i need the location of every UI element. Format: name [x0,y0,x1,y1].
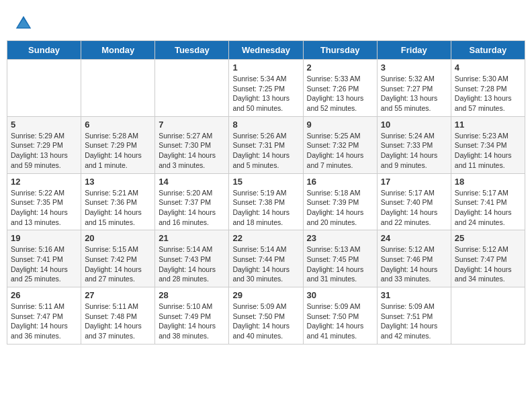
day-number: 31 [381,290,447,300]
calendar-cell: 15Sunrise: 5:19 AMSunset: 7:38 PMDayligh… [229,173,303,230]
day-info: Sunrise: 5:28 AMSunset: 7:29 PMDaylight:… [85,131,151,171]
day-info: Sunrise: 5:32 AMSunset: 7:27 PMDaylight:… [381,74,447,113]
day-info: Sunrise: 5:11 AMSunset: 7:47 PMDaylight:… [11,302,77,341]
calendar-cell: 17Sunrise: 5:17 AMSunset: 7:40 PMDayligh… [377,173,451,230]
calendar-cell: 19Sunrise: 5:16 AMSunset: 7:41 PMDayligh… [7,230,81,287]
calendar-cell: 21Sunrise: 5:14 AMSunset: 7:43 PMDayligh… [155,230,229,287]
calendar-cell: 28Sunrise: 5:10 AMSunset: 7:49 PMDayligh… [155,287,229,345]
day-info: Sunrise: 5:12 AMSunset: 7:46 PMDaylight:… [381,244,447,284]
day-info: Sunrise: 5:22 AMSunset: 7:35 PMDaylight:… [11,188,77,228]
day-info: Sunrise: 5:17 AMSunset: 7:40 PMDaylight:… [381,188,447,228]
weekday-header: Sunday [7,41,81,60]
calendar-cell: 6Sunrise: 5:28 AMSunset: 7:29 PMDaylight… [81,116,155,173]
weekday-header: Friday [377,41,451,60]
calendar-week-row: 12Sunrise: 5:22 AMSunset: 7:35 PMDayligh… [7,173,525,230]
day-info: Sunrise: 5:11 AMSunset: 7:48 PMDaylight:… [85,302,151,341]
day-info: Sunrise: 5:30 AMSunset: 7:28 PMDaylight:… [455,74,521,113]
day-number: 19 [11,233,77,243]
day-number: 3 [381,62,447,73]
day-info: Sunrise: 5:14 AMSunset: 7:44 PMDaylight:… [232,244,299,284]
day-number: 17 [381,177,447,187]
day-info: Sunrise: 5:18 AMSunset: 7:39 PMDaylight:… [307,188,373,228]
calendar-cell: 11Sunrise: 5:23 AMSunset: 7:34 PMDayligh… [451,116,525,173]
day-number: 2 [307,62,373,73]
weekday-header: Tuesday [155,41,229,60]
calendar-cell: 14Sunrise: 5:20 AMSunset: 7:37 PMDayligh… [155,173,229,230]
day-info: Sunrise: 5:17 AMSunset: 7:41 PMDaylight:… [455,188,521,228]
day-info: Sunrise: 5:09 AMSunset: 7:50 PMDaylight:… [232,302,299,341]
day-info: Sunrise: 5:16 AMSunset: 7:41 PMDaylight:… [11,244,77,284]
weekday-header-row: SundayMondayTuesdayWednesdayThursdayFrid… [7,41,525,60]
day-number: 6 [85,120,151,130]
calendar-cell: 13Sunrise: 5:21 AMSunset: 7:36 PMDayligh… [81,173,155,230]
calendar-week-row: 1Sunrise: 5:34 AMSunset: 7:25 PMDaylight… [7,60,525,117]
calendar-cell: 26Sunrise: 5:11 AMSunset: 7:47 PMDayligh… [7,287,81,345]
weekday-header: Monday [81,41,155,60]
day-number: 24 [381,233,447,243]
day-number: 4 [455,62,521,73]
day-info: Sunrise: 5:26 AMSunset: 7:31 PMDaylight:… [232,131,299,171]
day-info: Sunrise: 5:19 AMSunset: 7:38 PMDaylight:… [232,188,299,228]
day-number: 20 [85,233,151,243]
calendar-cell: 24Sunrise: 5:12 AMSunset: 7:46 PMDayligh… [377,230,451,287]
day-info: Sunrise: 5:25 AMSunset: 7:32 PMDaylight:… [307,131,373,171]
day-info: Sunrise: 5:21 AMSunset: 7:36 PMDaylight:… [85,188,151,228]
calendar-cell: 16Sunrise: 5:18 AMSunset: 7:39 PMDayligh… [303,173,377,230]
calendar-cell: 10Sunrise: 5:24 AMSunset: 7:33 PMDayligh… [377,116,451,173]
day-number: 30 [307,290,373,300]
calendar-cell: 8Sunrise: 5:26 AMSunset: 7:31 PMDaylight… [229,116,303,173]
day-info: Sunrise: 5:33 AMSunset: 7:26 PMDaylight:… [307,74,373,113]
calendar-cell [155,60,229,117]
day-info: Sunrise: 5:20 AMSunset: 7:37 PMDaylight:… [159,188,225,228]
logo [13,13,36,34]
day-number: 12 [11,177,77,187]
day-info: Sunrise: 5:23 AMSunset: 7:34 PMDaylight:… [455,131,521,171]
calendar-week-row: 19Sunrise: 5:16 AMSunset: 7:41 PMDayligh… [7,230,525,287]
logo-icon [13,13,34,34]
calendar-cell: 22Sunrise: 5:14 AMSunset: 7:44 PMDayligh… [229,230,303,287]
weekday-header: Wednesday [229,41,303,60]
calendar-cell: 9Sunrise: 5:25 AMSunset: 7:32 PMDaylight… [303,116,377,173]
day-number: 16 [307,177,373,187]
day-number: 8 [232,120,299,130]
calendar-week-row: 26Sunrise: 5:11 AMSunset: 7:47 PMDayligh… [7,287,525,345]
day-number: 9 [307,120,373,130]
calendar-cell: 4Sunrise: 5:30 AMSunset: 7:28 PMDaylight… [451,60,525,117]
day-info: Sunrise: 5:10 AMSunset: 7:49 PMDaylight:… [159,302,225,341]
weekday-header: Thursday [303,41,377,60]
day-number: 26 [11,290,77,300]
day-number: 22 [232,233,299,243]
day-number: 23 [307,233,373,243]
calendar-cell: 29Sunrise: 5:09 AMSunset: 7:50 PMDayligh… [229,287,303,345]
day-number: 1 [232,62,299,73]
calendar-table: SundayMondayTuesdayWednesdayThursdayFrid… [7,40,525,345]
day-number: 13 [85,177,151,187]
day-number: 25 [455,233,521,243]
day-info: Sunrise: 5:24 AMSunset: 7:33 PMDaylight:… [381,131,447,171]
calendar-cell: 18Sunrise: 5:17 AMSunset: 7:41 PMDayligh… [451,173,525,230]
day-number: 29 [232,290,299,300]
day-number: 28 [159,290,225,300]
day-number: 5 [11,120,77,130]
calendar-cell: 31Sunrise: 5:09 AMSunset: 7:51 PMDayligh… [377,287,451,345]
calendar-cell: 30Sunrise: 5:09 AMSunset: 7:50 PMDayligh… [303,287,377,345]
day-info: Sunrise: 5:09 AMSunset: 7:51 PMDaylight:… [381,302,447,341]
page-header [7,7,525,37]
calendar-week-row: 5Sunrise: 5:29 AMSunset: 7:29 PMDaylight… [7,116,525,173]
calendar-cell [81,60,155,117]
calendar-cell [7,60,81,117]
day-info: Sunrise: 5:13 AMSunset: 7:45 PMDaylight:… [307,244,373,284]
day-number: 10 [381,120,447,130]
day-number: 21 [159,233,225,243]
day-info: Sunrise: 5:09 AMSunset: 7:50 PMDaylight:… [307,302,373,341]
day-number: 15 [232,177,299,187]
calendar-cell: 20Sunrise: 5:15 AMSunset: 7:42 PMDayligh… [81,230,155,287]
calendar-cell: 12Sunrise: 5:22 AMSunset: 7:35 PMDayligh… [7,173,81,230]
day-number: 14 [159,177,225,187]
day-number: 7 [159,120,225,130]
day-info: Sunrise: 5:15 AMSunset: 7:42 PMDaylight:… [85,244,151,284]
day-info: Sunrise: 5:29 AMSunset: 7:29 PMDaylight:… [11,131,77,171]
calendar-cell: 25Sunrise: 5:12 AMSunset: 7:47 PMDayligh… [451,230,525,287]
calendar-cell: 2Sunrise: 5:33 AMSunset: 7:26 PMDaylight… [303,60,377,117]
day-info: Sunrise: 5:14 AMSunset: 7:43 PMDaylight:… [159,244,225,284]
